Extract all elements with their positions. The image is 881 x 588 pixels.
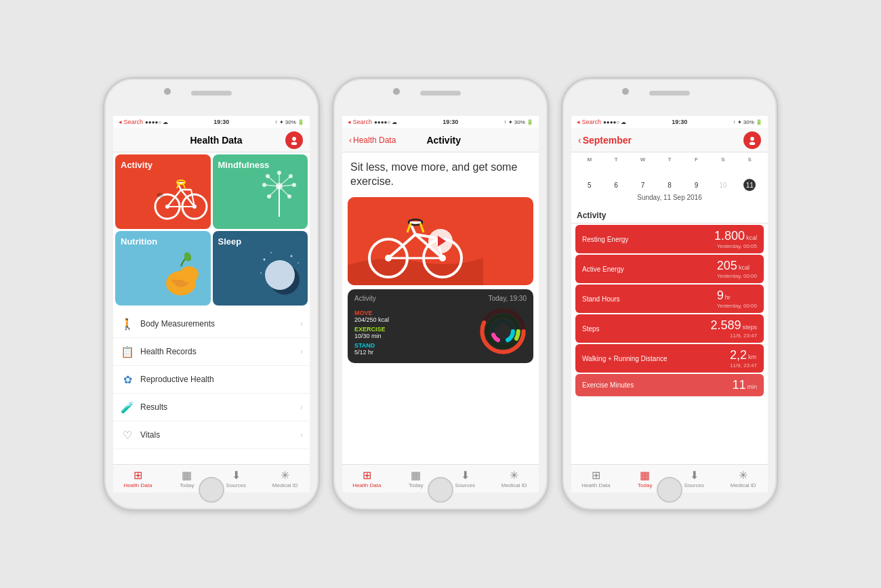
list-item-vitals[interactable]: ♡ Vitals › — [113, 421, 310, 449]
profile-icon-1[interactable] — [285, 131, 303, 149]
activity-rings — [479, 308, 527, 355]
nav-back-2[interactable]: ‹ Health Data — [349, 135, 396, 145]
tab-medical-icon-1: ✳ — [281, 469, 289, 482]
list-item-results[interactable]: 🧪 Results › — [113, 394, 310, 421]
status-left-2: ◂ Search ●●●●○ ☁ — [348, 119, 397, 125]
cal-header-t1: T — [603, 156, 628, 163]
stand-value: 5/12 hr — [354, 349, 474, 356]
row-walking-running[interactable]: Walking + Running Distance 2,2 km 11/9, … — [575, 344, 764, 373]
activity-section-title: Activity — [571, 208, 768, 224]
tab-medical-label-3: Medical ID — [731, 482, 756, 488]
results-label: Results — [140, 402, 295, 412]
card-sleep[interactable]: Sleep — [213, 231, 308, 306]
fruit-illustration — [154, 246, 208, 303]
tab-sources-label-1: Sources — [226, 482, 246, 488]
signal-2: ●●●●○ ☁ — [374, 119, 397, 125]
card-mindfulness[interactable]: Mindfulness — [213, 154, 308, 229]
cal-day-6[interactable]: 6 — [610, 179, 622, 191]
phone-1: ◂ Search ●●●●○ ☁ 19:30 ↑ ✦ 30% 🔋 Health … — [103, 77, 320, 511]
tab-sources-icon-2: ⬇ — [461, 469, 470, 482]
svg-point-67 — [750, 142, 755, 145]
row-resting-label: Resting Energy — [582, 236, 628, 243]
activity-stats: MOVE 204/250 kcal EXERCISE 10/30 min STA… — [354, 310, 474, 356]
activity-card-title: Activity — [354, 295, 376, 302]
row-walking-label: Walking + Running Distance — [582, 355, 668, 362]
list-item-body[interactable]: 🚶 Body Measurements › — [113, 310, 310, 338]
camera-1 — [164, 88, 171, 95]
row-resting-time: Yesterday, 00:05 — [714, 243, 757, 249]
phones-container: ◂ Search ●●●●○ ☁ 19:30 ↑ ✦ 30% 🔋 Health … — [103, 77, 778, 511]
tab-today-icon-1: ▦ — [182, 469, 192, 482]
row-stand-hours[interactable]: Stand Hours 9 hr Yesterday, 00:00 — [575, 285, 764, 313]
stand-label: STAND — [354, 342, 474, 349]
tab-today-label-1: Today — [180, 482, 194, 488]
calendar-section: M T W T F S S — [571, 152, 768, 208]
video-bike-svg — [348, 197, 483, 285]
search-back-1[interactable]: ◂ Search — [119, 119, 143, 125]
row-exercise-label: Exercise Minutes — [582, 381, 634, 389]
svg-point-27 — [289, 174, 293, 178]
nav-title-2: Activity — [426, 135, 461, 146]
content-1: Activity — [113, 152, 310, 464]
screen-1: ◂ Search ●●●●○ ☁ 19:30 ↑ ✦ 30% 🔋 Health … — [113, 116, 310, 492]
card-nutrition[interactable]: Nutrition — [115, 231, 211, 306]
row-exercise-right: 11 min — [732, 378, 757, 392]
tab-medical-label-1: Medical ID — [272, 482, 298, 488]
search-back-2[interactable]: ◂ Search — [348, 119, 372, 125]
svg-point-31 — [267, 194, 271, 198]
speaker-2 — [420, 91, 461, 96]
bike-illustration — [154, 169, 208, 226]
cal-week2: 5 6 7 8 9 10 11 — [577, 179, 762, 191]
row-exercise-unit: min — [747, 383, 757, 390]
list-item-records[interactable]: 📋 Health Records › — [113, 338, 310, 366]
cal-day-10[interactable]: 10 — [717, 179, 729, 191]
svg-point-30 — [292, 183, 296, 187]
svg-point-43 — [265, 260, 295, 290]
home-button-3[interactable] — [657, 477, 682, 503]
move-stat: MOVE 204/250 kcal — [354, 310, 474, 323]
cal-day-7[interactable]: 7 — [637, 179, 649, 191]
cal-empty-7 — [743, 165, 756, 177]
status-right-2: ↑ ✦ 30% 🔋 — [504, 119, 533, 125]
row-active-value: 205 — [717, 259, 737, 273]
row-resting-right: 1.800 kcal Yesterday, 00:05 — [714, 229, 757, 249]
home-button-1[interactable] — [199, 477, 224, 503]
row-exercise-min[interactable]: Exercise Minutes 11 min — [575, 374, 764, 396]
cal-day-5[interactable]: 5 — [583, 179, 596, 191]
tab-medical-1[interactable]: ✳ Medical ID — [261, 469, 310, 488]
tab-health-data-1[interactable]: ⊞ Health Data — [113, 469, 163, 488]
row-stand-right: 9 hr Yesterday, 00:00 — [717, 289, 757, 309]
signal-3: ●●●●○ ☁ — [603, 119, 626, 125]
profile-icon-3[interactable] — [743, 131, 761, 149]
cal-day-headers: M T W T F S S — [577, 156, 762, 163]
tab-medical-3[interactable]: ✳ Medical ID — [719, 469, 769, 488]
cal-day-9[interactable]: 9 — [690, 179, 702, 191]
body-label: Body Measurements — [140, 319, 295, 329]
cal-empty-5 — [690, 165, 702, 177]
row-steps[interactable]: Steps 2.589 steps 11/9, 23:47 — [575, 314, 764, 343]
tab-medical-2[interactable]: ✳ Medical ID — [490, 469, 539, 488]
time-3: 19:30 — [672, 119, 687, 125]
row-active-energy[interactable]: Active Energy 205 kcal Yesterday, 00:00 — [575, 255, 764, 283]
row-resting-energy[interactable]: Resting Energy 1.800 kcal Yesterday, 00:… — [575, 225, 764, 253]
data-rows: Resting Energy 1.800 kcal Yesterday, 00:… — [571, 224, 768, 464]
nav-month-3[interactable]: ‹ September — [578, 135, 632, 146]
home-button-2[interactable] — [428, 477, 453, 503]
video-card[interactable] — [348, 197, 533, 285]
status-bar-2: ◂ Search ●●●●○ ☁ 19:30 ↑ ✦ 30% 🔋 — [342, 116, 539, 128]
cal-day-8[interactable]: 8 — [663, 179, 676, 191]
tab-health-data-3[interactable]: ⊞ Health Data — [571, 469, 621, 488]
cal-day-11[interactable]: 11 — [743, 179, 756, 191]
moon-illustration — [254, 243, 305, 303]
speaker-1 — [191, 91, 232, 96]
row-steps-right: 2.589 steps 11/9, 23:47 — [710, 318, 757, 339]
chevron-records: › — [300, 347, 303, 356]
tab-health-data-2[interactable]: ⊞ Health Data — [342, 469, 392, 488]
list-item-reproductive[interactable]: ✿ Reproductive Health — [113, 366, 310, 394]
tab-health-data-label-1: Health Data — [123, 482, 152, 488]
vitals-label: Vitals — [140, 430, 295, 440]
card-activity[interactable]: Activity — [115, 154, 211, 229]
play-button[interactable] — [428, 229, 453, 253]
search-back-3[interactable]: ◂ Search — [577, 119, 601, 125]
activity-dark-card: Activity Today, 19:30 MOVE 204/250 kcal … — [348, 289, 533, 363]
